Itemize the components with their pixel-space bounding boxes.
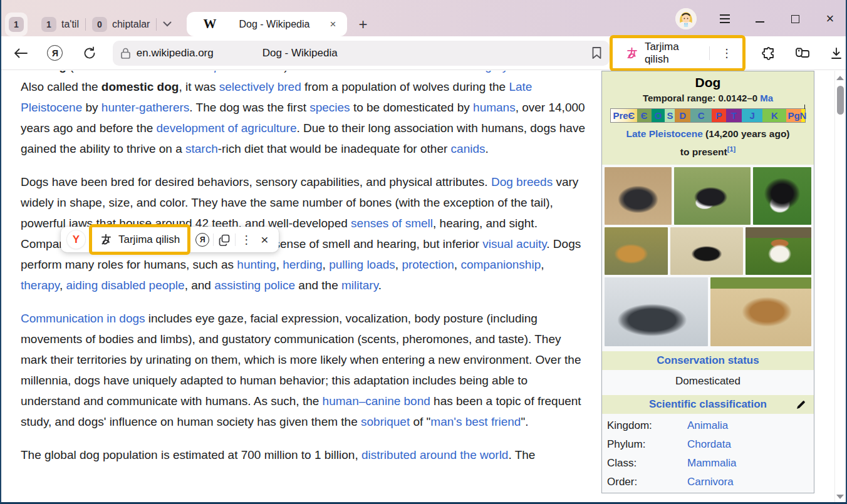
article-link[interactable]: pulling loads [329, 258, 395, 271]
timescale-segment-PreЄ[interactable]: PreЄ [611, 109, 637, 122]
taxonomy-value-link[interactable]: Carnivora [687, 476, 734, 488]
new-tab-button[interactable]: + [355, 16, 371, 33]
timescale-segment-J[interactable]: J [742, 109, 763, 122]
geologic-timescale[interactable]: PreЄЄOSDCPTJKPgN [610, 108, 806, 123]
article-link[interactable]: military [341, 279, 378, 292]
article-text: ) is a domesticated descendant of the [284, 71, 485, 73]
reload-icon[interactable] [81, 44, 99, 63]
article-link[interactable]: Dog breeds [491, 175, 553, 188]
edit-pencil-icon[interactable] [796, 399, 806, 410]
browser-menu-icon[interactable] [718, 12, 732, 26]
article-link[interactable]: man's best friend [430, 415, 521, 428]
scrollbar-thumb[interactable] [837, 86, 844, 115]
back-icon[interactable] [11, 44, 29, 63]
yandex-services-icon[interactable]: Я [46, 44, 64, 63]
article-link[interactable]: hunting [237, 258, 276, 271]
article-link[interactable]: Canis familiaris [73, 71, 154, 73]
article-link[interactable]: aiding disabled people [66, 279, 185, 292]
article-link[interactable]: Communication in dogs [21, 312, 145, 325]
maximize-button[interactable] [788, 12, 802, 26]
article-link[interactable]: senses of smell [351, 217, 433, 230]
bookmark-icon[interactable] [591, 46, 602, 59]
close-window-button[interactable]: × [823, 12, 837, 26]
translate-page-button[interactable]: Tarjima qilish ⋮ [616, 38, 742, 68]
reference-link[interactable]: [1] [727, 145, 735, 153]
popup-close-icon[interactable]: × [257, 232, 272, 247]
taxobox-title: Dog [606, 74, 810, 91]
chevron-down-icon[interactable] [163, 21, 172, 27]
copy-icon[interactable] [214, 229, 235, 250]
timescale-segment-Є[interactable]: Є [637, 109, 652, 122]
tab-group-chiptalar[interactable]: 0 chiptalar [86, 17, 156, 32]
timescale-segment-P[interactable]: P [712, 109, 726, 122]
dog-photo-montage [602, 165, 814, 349]
taxonomy-row: Phylum:Chordata [602, 435, 814, 454]
yandex-logo-icon[interactable]: Y [67, 230, 85, 249]
timescale-segment-D[interactable]: D [675, 109, 690, 122]
dog-photo[interactable] [605, 277, 708, 346]
ma-link[interactable]: Ma [760, 93, 773, 103]
article-link[interactable]: species [309, 101, 350, 114]
article-text: . The [508, 448, 535, 461]
article-link[interactable]: therapy [21, 279, 60, 292]
conservation-status-header: Conservation status [602, 351, 814, 370]
timescale-segment-S[interactable]: S [665, 109, 675, 122]
tab-close-icon[interactable]: × [326, 17, 340, 32]
article-link[interactable]: visual acuity [482, 237, 546, 250]
late-pleistocene-link[interactable]: Late Pleistocene [626, 128, 702, 139]
dog-photo[interactable] [605, 167, 672, 225]
bold-term: dog [44, 71, 66, 73]
dog-photo[interactable] [746, 227, 811, 275]
dog-photo[interactable] [753, 167, 811, 225]
divider [709, 46, 710, 60]
page-content: The dog (Canis familiaris or Canis lupus… [1, 71, 846, 504]
dog-photo[interactable] [605, 227, 668, 275]
dog-photo[interactable] [670, 227, 743, 275]
article-link[interactable]: Canis lupus familiaris [172, 71, 284, 73]
profile-avatar[interactable] [675, 8, 697, 29]
page-scrollbar[interactable] [834, 71, 845, 504]
article-link[interactable]: starch [185, 142, 218, 155]
dog-photo[interactable] [710, 277, 811, 346]
article-link[interactable]: sobriquet [361, 415, 410, 428]
downloads-icon[interactable] [827, 44, 846, 63]
taxonomy-value-link[interactable]: Chordata [687, 438, 731, 450]
scroll-up-arrow-icon[interactable] [836, 76, 844, 80]
article-link[interactable]: companionship [460, 258, 541, 271]
popup-more-options-icon[interactable]: ⋮ [236, 234, 257, 245]
popup-translate-label[interactable]: Tarjima qilish [118, 234, 180, 246]
article-link[interactable]: assisting police [214, 279, 295, 292]
translate-options-icon[interactable]: ⋮ [716, 48, 737, 59]
address-bar[interactable]: en.wikipedia.org Dog - Wikipedia [113, 41, 610, 66]
taxonomy-value-link[interactable]: Mammalia [687, 457, 736, 469]
article-link[interactable]: human–canine bond [323, 394, 430, 408]
navigation-toolbar: Я en.wikipedia.org Dog - Wikipedia Tarji… [1, 36, 846, 70]
article-link[interactable]: canids [451, 142, 486, 155]
timescale-segment-K[interactable]: K [762, 109, 786, 122]
article-link[interactable]: hunter-gatherers [101, 101, 189, 114]
article-link[interactable]: gray wolf [485, 71, 533, 73]
timescale-segment-Pg[interactable]: Pg [786, 109, 801, 122]
search-in-yandex-icon[interactable]: Я [192, 229, 213, 250]
article-link[interactable]: herding [283, 258, 322, 271]
url-domain[interactable]: en.wikipedia.org [137, 47, 214, 59]
timescale-segment-C[interactable]: C [690, 109, 712, 122]
minimize-button[interactable] [753, 12, 767, 26]
taxonomy-value-link[interactable]: Animalia [687, 419, 728, 431]
timescale-label: Pg [788, 110, 800, 121]
timescale-segment-N[interactable]: N [801, 109, 805, 122]
article-link[interactable]: selectively bred [219, 80, 301, 93]
scroll-down-arrow-icon[interactable] [836, 495, 844, 499]
article-link[interactable]: protection [402, 258, 454, 271]
timescale-segment-O[interactable]: O [652, 109, 665, 122]
article-link[interactable]: distributed around the world [361, 448, 508, 461]
tab-group-tatil[interactable]: 1 ta'til [35, 17, 85, 32]
passwords-key-icon[interactable] [793, 44, 812, 63]
timescale-segment-T[interactable]: T [726, 109, 742, 122]
article-link[interactable]: humans [473, 101, 516, 114]
tab-dog-wikipedia[interactable]: W Dog - Wikipedia × [187, 12, 347, 36]
pinned-tab-counter[interactable]: 1 [5, 13, 28, 36]
extensions-puzzle-icon[interactable] [759, 44, 778, 63]
article-link[interactable]: development of agriculture [157, 121, 297, 135]
dog-photo[interactable] [674, 167, 751, 225]
